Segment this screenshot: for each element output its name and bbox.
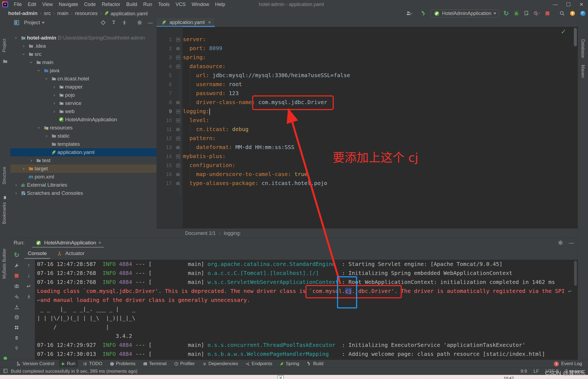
breadcrumb-item[interactable]: hotel-admin xyxy=(8,10,38,16)
bookmark-icon[interactable] xyxy=(3,196,7,201)
tree-item-pom-xml[interactable]: mpom.xml xyxy=(10,173,157,181)
soft-wrap-icon[interactable]: ↵ xyxy=(27,281,31,291)
toolbar-todo[interactable]: TODO xyxy=(80,360,105,368)
hide-icon[interactable]: — xyxy=(569,240,574,246)
toolbar-dependencies[interactable]: Dependencies xyxy=(200,360,241,368)
toolbar-spring[interactable]: Spring xyxy=(277,360,302,368)
project-settings-icon[interactable] xyxy=(136,19,143,26)
rerun-icon[interactable]: ↻ xyxy=(14,250,19,260)
tool-stripe-project[interactable]: Project xyxy=(2,39,7,52)
chevron-collapsed-icon[interactable]: › xyxy=(28,158,35,163)
tree-item-cn-itcast-hotel[interactable]: ›cn.itcast.hotel xyxy=(10,75,157,83)
printer-icon[interactable] xyxy=(14,312,19,322)
tree-item-target[interactable]: ›target xyxy=(10,165,157,173)
tree-item-templates[interactable]: templates xyxy=(10,140,157,148)
update-icon[interactable] xyxy=(569,10,576,17)
fold-marker[interactable] xyxy=(176,163,180,168)
trash-icon[interactable] xyxy=(14,333,19,343)
breadcrumb-item[interactable]: application.yaml xyxy=(104,10,148,17)
tree-item-resources[interactable]: ›resources xyxy=(10,124,157,132)
run-tab-hoteladminapplication[interactable]: HotelAdminApplication × xyxy=(32,238,104,248)
chevron-expanded-icon[interactable]: › xyxy=(36,124,42,131)
project-expand-all-icon[interactable] xyxy=(110,19,117,26)
breadcrumb-document[interactable]: Document 1/1 xyxy=(185,231,216,236)
menu-code[interactable]: Code xyxy=(81,0,99,9)
user-dropdown-icon[interactable] xyxy=(405,10,412,17)
run-configuration-select[interactable]: HotelAdminApplication ▼ xyxy=(430,10,499,17)
code-line-2[interactable]: port: 8099 xyxy=(183,44,572,53)
scroll-end-icon[interactable] xyxy=(27,291,31,302)
project-collapse-all-icon[interactable] xyxy=(121,19,128,26)
chevron-collapsed-icon[interactable]: › xyxy=(51,92,58,98)
tree-item-src[interactable]: ›src xyxy=(10,50,157,58)
menu-vcs[interactable]: VCS xyxy=(173,0,189,9)
stop-icon[interactable] xyxy=(544,10,551,17)
chevron-collapsed-icon[interactable]: › xyxy=(13,190,20,196)
toolbar-terminal[interactable]: Terminal xyxy=(140,360,169,368)
chevron-expanded-icon[interactable]: › xyxy=(44,75,49,82)
fold-marker[interactable] xyxy=(176,172,180,176)
code-line-17[interactable]: type-aliases-package: cn.itcast.hotel.po… xyxy=(183,179,572,188)
menu-help[interactable]: Help xyxy=(212,0,228,9)
toolwindow-icon[interactable] xyxy=(3,369,8,374)
fold-marker[interactable] xyxy=(176,137,180,141)
menu-window[interactable]: Window xyxy=(189,0,212,9)
import-icon[interactable] xyxy=(14,302,19,312)
rerun-icon[interactable]: ↻ xyxy=(503,10,510,17)
chevron-collapsed-icon[interactable]: › xyxy=(51,109,58,114)
console-scrollbar[interactable] xyxy=(574,261,577,286)
close-icon[interactable]: × xyxy=(98,240,101,246)
tree-item-hoteladminapplication[interactable]: HotelAdminApplication xyxy=(10,116,157,124)
tab-application-yaml[interactable]: application.yaml × xyxy=(157,18,215,27)
toolbar-problems[interactable]: Problems xyxy=(107,360,138,368)
tab-console[interactable]: Console xyxy=(24,248,50,259)
menu-edit[interactable]: Edit xyxy=(25,0,39,9)
hammer-icon[interactable] xyxy=(420,10,427,17)
event-log-button[interactable]: 3 Event Log xyxy=(554,361,582,366)
project-hide-icon[interactable]: — xyxy=(147,19,154,26)
line-separator[interactable]: LF xyxy=(534,369,539,374)
coverage-icon[interactable] xyxy=(523,10,530,17)
menu-run[interactable]: Run xyxy=(140,0,155,9)
chevron-expanded-icon[interactable]: › xyxy=(21,51,26,58)
project-locate-icon[interactable] xyxy=(100,19,107,26)
breadcrumb-item[interactable]: resources xyxy=(75,10,97,16)
breadcrumb-item[interactable]: src xyxy=(44,10,51,16)
fold-marker[interactable] xyxy=(176,65,180,69)
code-line-6[interactable]: username: root xyxy=(183,80,572,89)
camera-icon[interactable] xyxy=(14,281,19,291)
tree-item-service[interactable]: ›service xyxy=(10,99,157,107)
toolbar-build[interactable]: Build xyxy=(304,360,326,368)
tool-stripe-database[interactable]: Database xyxy=(580,39,585,58)
code-line-9[interactable]: logging: xyxy=(183,107,572,116)
chevron-expanded-icon[interactable]: › xyxy=(13,34,19,41)
ide-sphere-icon[interactable] xyxy=(579,10,586,17)
stop-icon[interactable] xyxy=(15,271,19,281)
tree-item-main[interactable]: ›main xyxy=(10,58,157,66)
toolbar-run[interactable]: ▶Run xyxy=(59,360,78,368)
fold-marker[interactable] xyxy=(176,101,180,104)
gear-plus-icon[interactable] xyxy=(14,291,19,302)
code-area[interactable]: server: port: 8099spring: datasource: ur… xyxy=(183,27,572,228)
code-line-7[interactable]: password: 123 xyxy=(183,89,572,98)
tool-stripe-mybatis-builder[interactable]: MyBatis Builder xyxy=(2,248,7,279)
tab-actuator[interactable]: Actuator xyxy=(56,250,85,257)
chevron-collapsed-icon[interactable]: › xyxy=(20,166,27,171)
pin-icon[interactable] xyxy=(14,343,19,353)
toolbar-version-control[interactable]: Version Control xyxy=(14,360,57,368)
tree-item-external-libraries[interactable]: ›External Libraries xyxy=(10,181,157,189)
chevron-collapsed-icon[interactable]: › xyxy=(51,84,58,90)
minimize-button[interactable]: — xyxy=(549,0,562,9)
console[interactable]: 07-16 12:47:28:587 INFO 4884 --- [ main]… xyxy=(35,260,578,360)
menu-view[interactable]: View xyxy=(39,0,56,9)
code-line-8[interactable]: driver-class-name: com.mysql.jdbc.Driver xyxy=(183,98,572,107)
fold-marker[interactable] xyxy=(176,181,180,185)
fold-marker[interactable] xyxy=(176,128,180,131)
chevron-down-icon[interactable]: ▼ xyxy=(41,21,46,25)
fold-marker[interactable] xyxy=(176,145,180,149)
toolbar-profiler[interactable]: Profiler xyxy=(171,360,198,368)
tree-item-hotel-admin[interactable]: ›hotel-admin D:\Java\idea\SpringCloud\ho… xyxy=(10,34,157,42)
tree-item--idea[interactable]: ›.idea xyxy=(10,42,157,50)
tree-item-application-yaml[interactable]: application.yaml xyxy=(10,148,157,156)
tree-item-static[interactable]: ›static xyxy=(10,132,157,140)
